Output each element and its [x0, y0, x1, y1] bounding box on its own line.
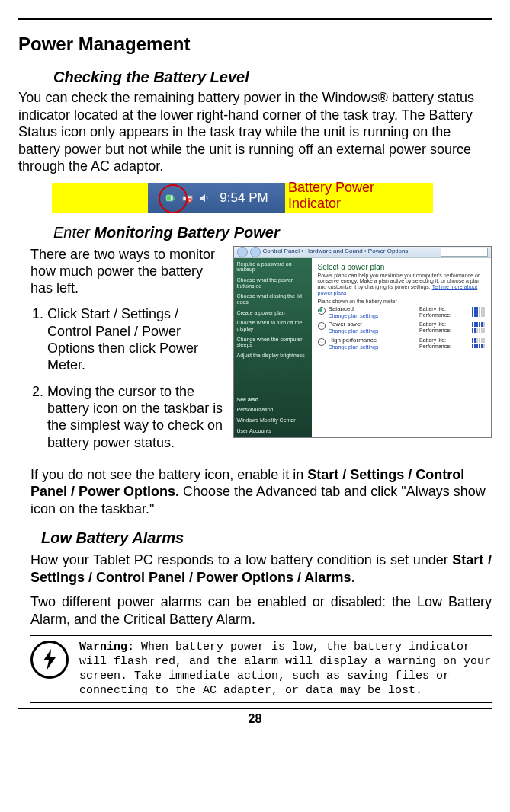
sidebar-seealso-item: Personalization: [237, 407, 309, 413]
sidebar-item: Create a power plan: [237, 310, 309, 316]
enable-pre: If you do not see the battery icon, enab…: [30, 467, 307, 482]
document-page: Power Management Checking the Battery Le…: [0, 0, 510, 812]
plan-name: Power saver: [329, 321, 419, 328]
ss-shown-label: Plans shown on the battery meter: [318, 299, 485, 305]
sidebar-item: Adjust the display brightness: [237, 353, 309, 359]
sidebar-item: Choose what closing the lid does: [237, 293, 309, 305]
plan-col: High performanceChange plan settings: [329, 337, 419, 350]
section-heading-checking: Checking the Battery Level: [53, 69, 492, 86]
back-button-icon: [237, 247, 248, 257]
volume-icon: [198, 192, 210, 204]
sidebar-seealso: See also: [237, 397, 309, 403]
change-plan-link: Change plan settings: [329, 344, 419, 350]
sidebar-item: Require a password on wakeup: [237, 261, 309, 273]
top-divider: [18, 18, 492, 20]
plan-name: Balanced: [329, 306, 419, 313]
sidebar-seealso-item: User Accounts: [237, 428, 309, 434]
warning-text: Warning: When battery power is low, the …: [79, 641, 492, 698]
tray-highlight-right: Battery Power Indicator: [285, 183, 433, 213]
step-2: Moving the cursor to the battery icon on…: [47, 383, 226, 451]
tray-illustration: 9:54 PM Battery Power Indicator: [52, 183, 433, 213]
sidebar-item: Change when the computer sleeps: [237, 337, 309, 348]
warning-block: Warning: When battery power is low, the …: [30, 635, 492, 703]
plan-col: Power saverChange plan settings: [329, 321, 419, 334]
battery-life-label: Battery life:: [419, 321, 446, 328]
monitoring-intro: There are two ways to monitor how much p…: [30, 246, 226, 297]
monitoring-steps: Click Start / Settings / Control Panel /…: [30, 305, 226, 451]
radio-icon: [318, 307, 326, 315]
performance-label: Performance:: [419, 312, 451, 318]
plan-meters: Battery life:Performance:: [419, 306, 485, 318]
monitoring-row: There are two ways to monitor how much p…: [30, 246, 492, 460]
ss-main-desc: Power plans can help you maximize your c…: [318, 273, 485, 296]
sidebar-seealso-item: Windows Mobility Center: [237, 417, 309, 424]
breadcrumb: Control Panel › Hardware and Sound › Pow…: [263, 248, 409, 255]
power-options-screenshot: Control Panel › Hardware and Sound › Pow…: [233, 246, 492, 438]
step-1: Click Start / Settings / Control Panel /…: [47, 305, 226, 373]
warning-body: When battery power is low, the battery i…: [79, 641, 491, 696]
battery-indicator-circle: [159, 184, 188, 213]
plan-row: High performanceChange plan settingsBatt…: [318, 337, 485, 350]
indicator-label: Battery Power Indicator: [288, 180, 430, 212]
plan-row: Power saverChange plan settingsBattery l…: [318, 321, 485, 334]
ss-titlebar: Control Panel › Hardware and Sound › Pow…: [234, 247, 491, 258]
radio-icon: [318, 338, 326, 346]
section-heading-monitoring: Enter Monitoring Battery Power: [53, 224, 492, 241]
warning-icon: [30, 641, 69, 679]
plan-meters: Battery life:Performance:: [419, 321, 485, 333]
page-title: Power Management: [18, 34, 492, 55]
page-number: 28: [18, 712, 492, 726]
paragraph-checking: You can check the remaining battery powe…: [18, 89, 492, 175]
sidebar-item: Choose when to turn off the display: [237, 320, 309, 331]
low-p1-pre: How your Tablet PC responds to a low bat…: [30, 552, 452, 567]
monitoring-text-col: There are two ways to monitor how much p…: [30, 246, 226, 460]
performance-label: Performance:: [419, 328, 451, 334]
ss-main: Select a power plan Power plans can help…: [312, 258, 491, 438]
plan-meters: Battery life:Performance:: [419, 337, 485, 349]
ss-body: Require a password on wakeup Choose what…: [234, 258, 491, 438]
enable-icon-paragraph: If you do not see the battery icon, enab…: [30, 466, 492, 518]
radio-icon: [318, 322, 326, 330]
low-paragraph-2: Two different power alarms can be enable…: [30, 593, 492, 628]
ss-main-title: Select a power plan: [318, 263, 485, 271]
enter-prefix: Enter: [53, 224, 94, 241]
tray-clock: 9:54 PM: [220, 190, 268, 206]
low-p1-post: .: [351, 570, 354, 585]
change-plan-link: Change plan settings: [329, 328, 419, 334]
change-plan-link: Change plan settings: [329, 313, 419, 319]
warning-label: Warning:: [79, 641, 134, 654]
plans-container: BalancedChange plan settingsBattery life…: [318, 306, 485, 350]
lightning-icon: [40, 648, 59, 671]
system-tray: 9:54 PM: [148, 183, 285, 213]
section-heading-low-battery: Low Battery Alarms: [41, 529, 492, 547]
plan-col: BalancedChange plan settings: [329, 306, 419, 318]
tray-highlight-left: [52, 183, 148, 213]
sidebar-item: Choose what the power buttons do: [237, 277, 309, 289]
plan-name: High performance: [329, 337, 419, 344]
battery-life-label: Battery life:: [419, 306, 446, 312]
performance-label: Performance:: [419, 344, 451, 350]
enter-bold: Monitoring Battery Power: [94, 224, 279, 241]
search-input: [441, 248, 488, 257]
low-paragraph-1: How your Tablet PC responds to a low bat…: [30, 551, 492, 586]
forward-button-icon: [250, 247, 261, 257]
bottom-divider: [18, 708, 492, 709]
ss-sidebar: Require a password on wakeup Choose what…: [234, 258, 312, 438]
battery-life-label: Battery life:: [419, 337, 446, 344]
plan-row: BalancedChange plan settingsBattery life…: [318, 306, 485, 318]
